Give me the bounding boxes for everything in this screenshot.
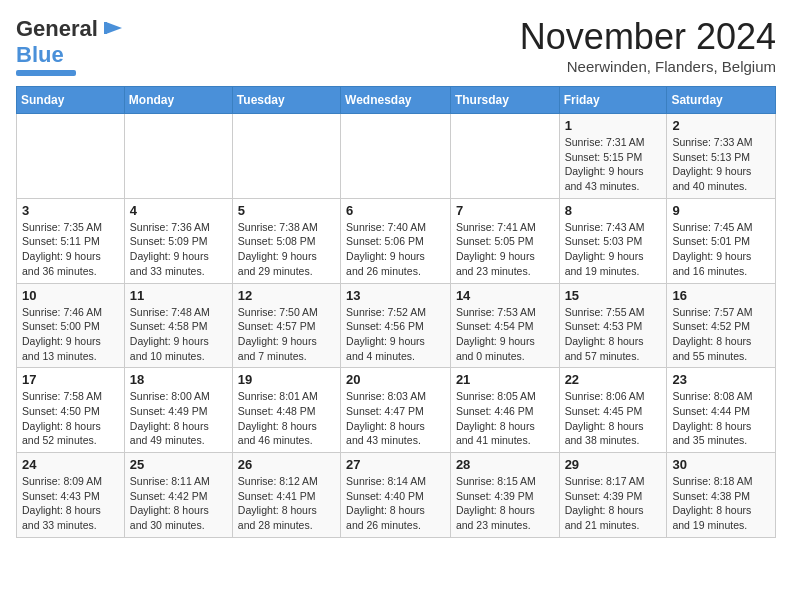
day-number: 30 [672, 457, 770, 472]
day-number: 23 [672, 372, 770, 387]
calendar-cell: 20Sunrise: 8:03 AM Sunset: 4:47 PM Dayli… [341, 368, 451, 453]
day-info: Sunrise: 7:40 AM Sunset: 5:06 PM Dayligh… [346, 220, 445, 279]
day-number: 21 [456, 372, 554, 387]
month-title: November 2024 [520, 16, 776, 58]
calendar-cell: 13Sunrise: 7:52 AM Sunset: 4:56 PM Dayli… [341, 283, 451, 368]
weekday-header-tuesday: Tuesday [232, 87, 340, 114]
calendar-week-1: 1Sunrise: 7:31 AM Sunset: 5:15 PM Daylig… [17, 114, 776, 199]
calendar-week-3: 10Sunrise: 7:46 AM Sunset: 5:00 PM Dayli… [17, 283, 776, 368]
logo-underline [16, 70, 76, 76]
calendar-table: SundayMondayTuesdayWednesdayThursdayFrid… [16, 86, 776, 538]
weekday-header-sunday: Sunday [17, 87, 125, 114]
calendar-cell: 26Sunrise: 8:12 AM Sunset: 4:41 PM Dayli… [232, 453, 340, 538]
day-number: 16 [672, 288, 770, 303]
calendar-cell [341, 114, 451, 199]
day-info: Sunrise: 8:03 AM Sunset: 4:47 PM Dayligh… [346, 389, 445, 448]
logo-blue-text: Blue [16, 42, 64, 68]
logo-general-text: General [16, 16, 98, 42]
day-number: 4 [130, 203, 227, 218]
day-info: Sunrise: 7:43 AM Sunset: 5:03 PM Dayligh… [565, 220, 662, 279]
day-info: Sunrise: 7:38 AM Sunset: 5:08 PM Dayligh… [238, 220, 335, 279]
logo-flag-icon [102, 20, 124, 38]
day-number: 11 [130, 288, 227, 303]
day-number: 13 [346, 288, 445, 303]
day-number: 22 [565, 372, 662, 387]
day-number: 12 [238, 288, 335, 303]
day-info: Sunrise: 8:14 AM Sunset: 4:40 PM Dayligh… [346, 474, 445, 533]
day-info: Sunrise: 7:53 AM Sunset: 4:54 PM Dayligh… [456, 305, 554, 364]
svg-marker-0 [106, 22, 122, 34]
day-number: 24 [22, 457, 119, 472]
calendar-cell: 23Sunrise: 8:08 AM Sunset: 4:44 PM Dayli… [667, 368, 776, 453]
calendar-cell: 6Sunrise: 7:40 AM Sunset: 5:06 PM Daylig… [341, 198, 451, 283]
day-info: Sunrise: 7:36 AM Sunset: 5:09 PM Dayligh… [130, 220, 227, 279]
day-number: 3 [22, 203, 119, 218]
day-info: Sunrise: 7:46 AM Sunset: 5:00 PM Dayligh… [22, 305, 119, 364]
calendar-cell: 29Sunrise: 8:17 AM Sunset: 4:39 PM Dayli… [559, 453, 667, 538]
day-info: Sunrise: 7:55 AM Sunset: 4:53 PM Dayligh… [565, 305, 662, 364]
calendar-cell: 2Sunrise: 7:33 AM Sunset: 5:13 PM Daylig… [667, 114, 776, 199]
day-number: 6 [346, 203, 445, 218]
calendar-cell: 3Sunrise: 7:35 AM Sunset: 5:11 PM Daylig… [17, 198, 125, 283]
calendar-cell: 21Sunrise: 8:05 AM Sunset: 4:46 PM Dayli… [450, 368, 559, 453]
day-info: Sunrise: 8:06 AM Sunset: 4:45 PM Dayligh… [565, 389, 662, 448]
day-number: 28 [456, 457, 554, 472]
calendar-cell: 17Sunrise: 7:58 AM Sunset: 4:50 PM Dayli… [17, 368, 125, 453]
weekday-header-saturday: Saturday [667, 87, 776, 114]
calendar-body: 1Sunrise: 7:31 AM Sunset: 5:15 PM Daylig… [17, 114, 776, 538]
day-info: Sunrise: 7:41 AM Sunset: 5:05 PM Dayligh… [456, 220, 554, 279]
calendar-cell: 18Sunrise: 8:00 AM Sunset: 4:49 PM Dayli… [124, 368, 232, 453]
day-info: Sunrise: 8:08 AM Sunset: 4:44 PM Dayligh… [672, 389, 770, 448]
calendar-cell: 19Sunrise: 8:01 AM Sunset: 4:48 PM Dayli… [232, 368, 340, 453]
day-number: 17 [22, 372, 119, 387]
calendar-cell: 15Sunrise: 7:55 AM Sunset: 4:53 PM Dayli… [559, 283, 667, 368]
calendar-cell [124, 114, 232, 199]
calendar-cell: 27Sunrise: 8:14 AM Sunset: 4:40 PM Dayli… [341, 453, 451, 538]
calendar-cell: 24Sunrise: 8:09 AM Sunset: 4:43 PM Dayli… [17, 453, 125, 538]
day-number: 27 [346, 457, 445, 472]
calendar-week-2: 3Sunrise: 7:35 AM Sunset: 5:11 PM Daylig… [17, 198, 776, 283]
weekday-header-monday: Monday [124, 87, 232, 114]
calendar-cell [17, 114, 125, 199]
day-info: Sunrise: 8:09 AM Sunset: 4:43 PM Dayligh… [22, 474, 119, 533]
calendar-cell: 25Sunrise: 8:11 AM Sunset: 4:42 PM Dayli… [124, 453, 232, 538]
day-info: Sunrise: 8:00 AM Sunset: 4:49 PM Dayligh… [130, 389, 227, 448]
calendar-cell: 9Sunrise: 7:45 AM Sunset: 5:01 PM Daylig… [667, 198, 776, 283]
day-info: Sunrise: 8:11 AM Sunset: 4:42 PM Dayligh… [130, 474, 227, 533]
day-info: Sunrise: 7:58 AM Sunset: 4:50 PM Dayligh… [22, 389, 119, 448]
day-info: Sunrise: 7:50 AM Sunset: 4:57 PM Dayligh… [238, 305, 335, 364]
day-number: 20 [346, 372, 445, 387]
weekday-header-thursday: Thursday [450, 87, 559, 114]
day-number: 7 [456, 203, 554, 218]
page-header: General Blue November 2024 Neerwinden, F… [16, 16, 776, 76]
day-number: 18 [130, 372, 227, 387]
day-number: 9 [672, 203, 770, 218]
day-info: Sunrise: 7:35 AM Sunset: 5:11 PM Dayligh… [22, 220, 119, 279]
day-info: Sunrise: 7:45 AM Sunset: 5:01 PM Dayligh… [672, 220, 770, 279]
day-info: Sunrise: 8:01 AM Sunset: 4:48 PM Dayligh… [238, 389, 335, 448]
calendar-cell: 10Sunrise: 7:46 AM Sunset: 5:00 PM Dayli… [17, 283, 125, 368]
svg-rect-1 [104, 22, 107, 34]
day-number: 14 [456, 288, 554, 303]
day-info: Sunrise: 7:48 AM Sunset: 4:58 PM Dayligh… [130, 305, 227, 364]
day-info: Sunrise: 8:12 AM Sunset: 4:41 PM Dayligh… [238, 474, 335, 533]
logo: General Blue [16, 16, 124, 76]
location-text: Neerwinden, Flanders, Belgium [520, 58, 776, 75]
calendar-cell [450, 114, 559, 199]
title-area: November 2024 Neerwinden, Flanders, Belg… [520, 16, 776, 75]
day-number: 25 [130, 457, 227, 472]
calendar-cell: 14Sunrise: 7:53 AM Sunset: 4:54 PM Dayli… [450, 283, 559, 368]
day-number: 15 [565, 288, 662, 303]
weekday-header-wednesday: Wednesday [341, 87, 451, 114]
day-number: 26 [238, 457, 335, 472]
calendar-cell: 28Sunrise: 8:15 AM Sunset: 4:39 PM Dayli… [450, 453, 559, 538]
day-info: Sunrise: 7:33 AM Sunset: 5:13 PM Dayligh… [672, 135, 770, 194]
day-info: Sunrise: 7:57 AM Sunset: 4:52 PM Dayligh… [672, 305, 770, 364]
calendar-cell: 1Sunrise: 7:31 AM Sunset: 5:15 PM Daylig… [559, 114, 667, 199]
calendar-cell: 16Sunrise: 7:57 AM Sunset: 4:52 PM Dayli… [667, 283, 776, 368]
calendar-week-4: 17Sunrise: 7:58 AM Sunset: 4:50 PM Dayli… [17, 368, 776, 453]
calendar-cell: 30Sunrise: 8:18 AM Sunset: 4:38 PM Dayli… [667, 453, 776, 538]
calendar-header-row: SundayMondayTuesdayWednesdayThursdayFrid… [17, 87, 776, 114]
day-number: 2 [672, 118, 770, 133]
calendar-week-5: 24Sunrise: 8:09 AM Sunset: 4:43 PM Dayli… [17, 453, 776, 538]
